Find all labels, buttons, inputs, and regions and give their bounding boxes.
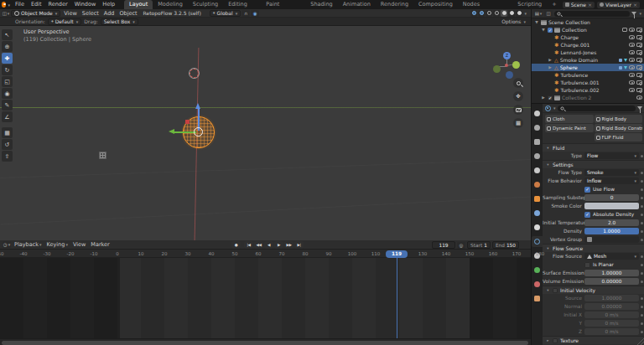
timeline-menu-keying[interactable]: Keying▾	[44, 241, 70, 248]
axis-neg-z-ball[interactable]	[506, 71, 513, 79]
toggle-xray-icon[interactable]	[486, 10, 492, 17]
outliner-row-scene-collection[interactable]: ▼Scene Collection	[532, 18, 644, 26]
keying-set-icon[interactable]: ◎	[457, 242, 465, 249]
animate-decorator-icon[interactable]	[641, 297, 643, 300]
properties-tab-object-data[interactable]	[532, 265, 543, 275]
chevron-down-icon[interactable]: ▾	[524, 11, 527, 16]
blender-app-menu[interactable]: ▾	[2, 1, 10, 8]
tool-annotate[interactable]: ✎	[2, 100, 13, 111]
outliner-row-sphere[interactable]: ▶△Sphere	[532, 64, 644, 71]
workspace-tab-sculpting[interactable]: Sculpting	[188, 0, 223, 9]
physics-icon[interactable]	[624, 59, 627, 62]
properties-tab-material[interactable]	[532, 279, 543, 290]
workspace-tab-animation[interactable]: Animation	[338, 0, 376, 9]
panel-expand-icon[interactable]: ▾	[546, 288, 550, 292]
color-swatch[interactable]	[584, 203, 639, 209]
filter-icon[interactable]	[637, 106, 642, 110]
outliner-row-turbulence-002[interactable]: ✱Turbulence.002	[532, 86, 644, 94]
viewport-menu-add[interactable]: Add	[101, 10, 117, 17]
panel-expand-icon[interactable]: ▾	[546, 162, 550, 167]
outliner-display-mode-dropdown[interactable]: ▤▾	[534, 10, 543, 17]
hide-viewport-eye-icon[interactable]	[629, 88, 635, 92]
tool-scale[interactable]: ◱	[2, 76, 13, 87]
app-menu-file[interactable]: File	[12, 0, 28, 9]
physics-button-flip-fluid[interactable]: FLIP Fluid	[595, 133, 643, 142]
outliner-row-turbulence-001[interactable]: ✱Turbulence.001	[532, 79, 644, 86]
filter-icon[interactable]	[631, 12, 636, 15]
show-gizmo-icon[interactable]	[470, 10, 477, 17]
tool-move[interactable]: ✚	[2, 53, 13, 64]
animate-decorator-icon[interactable]	[641, 322, 643, 325]
hide-viewport-eye-icon[interactable]	[629, 58, 635, 62]
app-menu-help[interactable]: Help	[99, 0, 118, 9]
drag-dropdown[interactable]: Select Box ▾	[101, 18, 138, 25]
hide-viewport-eye-icon[interactable]	[629, 50, 635, 54]
property-number-field[interactable]: 0 m/s	[584, 328, 639, 335]
outliner-row-charge-001[interactable]: ✱Charge.001	[532, 41, 644, 49]
current-frame-field[interactable]: 119	[432, 241, 455, 249]
editor-type-dropdown[interactable]: ◷▾	[3, 241, 11, 248]
physics-button-rigid-body[interactable]: Rigid Body	[595, 115, 643, 123]
workspace-tab-uv-editing[interactable]: UV Editing	[223, 0, 261, 9]
checkbox[interactable]: ✓	[584, 212, 590, 218]
tool-add-cube[interactable]: ▦	[2, 127, 13, 138]
property-dropdown[interactable]: Smoke▾	[584, 169, 639, 176]
playhead-line[interactable]	[397, 256, 398, 338]
timeline-track-area[interactable]	[0, 258, 531, 338]
auto-keyframe-record-icon[interactable]: ●	[231, 241, 241, 249]
animate-decorator-icon[interactable]	[641, 264, 643, 266]
panel-enable-checkbox[interactable]	[553, 288, 558, 293]
hide-viewport-eye-icon[interactable]	[629, 43, 635, 47]
tool-cursor[interactable]: ⊕	[2, 41, 13, 52]
hide-viewport-eye-icon[interactable]	[636, 95, 642, 100]
transform-orientation-dropdown[interactable]: ⌖ Global ▾	[210, 10, 241, 17]
panel-enable-checkbox[interactable]	[553, 338, 558, 343]
hide-viewport-eye-icon[interactable]	[629, 28, 635, 32]
animate-decorator-icon[interactable]	[641, 205, 643, 208]
tool-spin[interactable]: ↺	[2, 139, 13, 150]
hide-viewport-eye-icon[interactable]	[629, 35, 635, 39]
animate-decorator-icon[interactable]	[641, 172, 643, 174]
panel-expand-icon[interactable]: ▾	[546, 146, 550, 150]
vertex-group-field[interactable]	[584, 236, 639, 243]
outliner-row-turbulence[interactable]: ✱Turbulence	[532, 71, 644, 79]
disable-render-camera-icon[interactable]	[636, 65, 642, 70]
animate-decorator-icon[interactable]	[641, 214, 643, 216]
properties-search-input[interactable]	[558, 106, 636, 111]
resize-grip[interactable]	[637, 338, 644, 345]
proportional-editing-icon[interactable]: ◉	[251, 10, 259, 17]
workspace-tab-geometry-nodes[interactable]: Geometry Nodes	[458, 0, 513, 9]
outliner-row-lennard-jones[interactable]: ✱Lennard-Jones	[532, 49, 644, 56]
scrollbar-thumb[interactable]	[2, 341, 528, 345]
app-menu-window[interactable]: Window	[71, 0, 100, 9]
remove-view-layer-icon[interactable]: ×	[633, 2, 637, 8]
property-number-field[interactable]: 1.00000	[584, 295, 639, 301]
animate-decorator-icon[interactable]	[641, 180, 643, 183]
expander-icon[interactable]: ▶	[548, 58, 553, 62]
expander-icon[interactable]: ▶	[541, 95, 546, 100]
outliner-row-collection-2[interactable]: ▶✓Collection 2	[532, 94, 644, 101]
properties-tab-scene[interactable]	[532, 165, 543, 176]
viewport-menu-view[interactable]: View	[61, 10, 79, 17]
workspace-tab-scripting[interactable]: Scripting	[512, 0, 547, 9]
gizmo-z-arrowhead[interactable]	[195, 103, 200, 109]
transport-play-reverse[interactable]: ◀	[264, 241, 273, 249]
panel-expand-icon[interactable]: ▾	[546, 246, 550, 250]
new-collection-icon[interactable]: ◫	[544, 10, 553, 17]
options-dropdown[interactable]: Options ▾	[501, 18, 527, 24]
property-dropdown[interactable]: Inflow▾	[584, 178, 639, 184]
tool-transform[interactable]: ◉	[2, 88, 13, 99]
axis-z-ball[interactable]: Z	[503, 52, 511, 59]
transport-jump-to-start[interactable]: |◀	[244, 241, 253, 249]
axis-neg-x-ball[interactable]	[493, 65, 501, 73]
expander-icon[interactable]: ▶	[548, 65, 553, 70]
timeline-scrollbar[interactable]	[0, 338, 531, 345]
shading-material-icon[interactable]	[508, 10, 515, 17]
frame-end-field[interactable]: End 150	[492, 241, 519, 249]
viewport-menu-object[interactable]: Object	[117, 10, 139, 17]
property-number-field[interactable]: 0	[584, 194, 639, 201]
properties-tab-object[interactable]	[532, 193, 543, 204]
expander-icon[interactable]: ▼	[534, 20, 539, 24]
hide-viewport-eye-icon[interactable]	[629, 73, 635, 77]
axis-x-ball[interactable]	[512, 61, 520, 69]
